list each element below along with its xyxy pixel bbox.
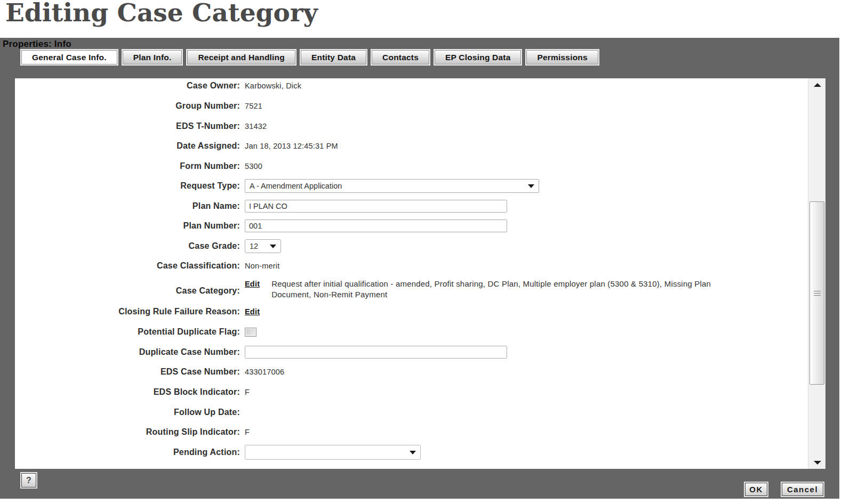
closing-rule-failure-reason-label: Closing Rule Failure Reason: <box>15 307 240 316</box>
case-classification-label: Case Classification: <box>15 261 240 271</box>
tab-plan-info[interactable]: Plan Info. <box>123 50 182 64</box>
chevron-down-icon <box>410 451 416 454</box>
row-closing-rule-failure-reason: Closing Rule Failure Reason: Edit <box>15 305 804 319</box>
row-duplicate-case-number: Duplicate Case Number: <box>15 345 804 359</box>
eds-block-indicator-value: F <box>245 388 250 396</box>
tab-general-case-info[interactable]: General Case Info. <box>21 50 117 64</box>
case-category-value: Request after initial qualification - am… <box>271 279 714 300</box>
tab-permissions[interactable]: Permissions <box>526 50 598 64</box>
properties-panel: Properties: Info General Case Info. Plan… <box>0 38 839 499</box>
eds-block-indicator-label: EDS Block Indicator: <box>15 387 240 397</box>
case-category-edit-link[interactable]: Edit <box>245 279 260 289</box>
routing-slip-indicator-value: F <box>245 428 250 436</box>
potential-duplicate-flag-checkbox[interactable] <box>245 328 256 337</box>
group-number-label: Group Number: <box>15 101 240 111</box>
request-type-label: Request Type: <box>15 181 240 191</box>
row-potential-duplicate-flag: Potential Duplicate Flag: <box>15 325 804 339</box>
scrollbar-grip-icon <box>814 291 821 296</box>
case-grade-select[interactable]: 12 <box>245 239 281 253</box>
duplicate-case-number-input[interactable] <box>245 346 507 359</box>
row-pending-action: Pending Action: <box>15 445 804 459</box>
row-eds-block-indicator: EDS Block Indicator: F <box>15 385 804 399</box>
chevron-down-icon <box>270 245 276 248</box>
eds-case-number-label: EDS Case Number: <box>15 367 240 377</box>
row-plan-number: Plan Number: <box>15 219 804 233</box>
form-number-label: Form Number: <box>15 161 240 171</box>
date-assigned-label: Date Assigned: <box>15 141 240 151</box>
scrollbar-thumb[interactable] <box>809 201 824 385</box>
row-eds-t-number: EDS T-Number: 31432 <box>15 119 804 133</box>
row-plan-name: Plan Name: <box>15 199 804 213</box>
request-type-select[interactable]: A - Amendment Application <box>245 179 539 193</box>
plan-number-label: Plan Number: <box>15 221 240 231</box>
row-follow-up-date: Follow Up Date: <box>15 405 804 419</box>
vertical-scrollbar[interactable] <box>808 78 825 469</box>
cancel-button[interactable]: Cancel <box>782 483 823 496</box>
tab-contacts[interactable]: Contacts <box>372 50 429 64</box>
row-case-category: Case Category: Edit Request after initia… <box>15 279 804 303</box>
page-title: Editing Case Category <box>5 0 318 27</box>
case-owner-label: Case Owner: <box>15 81 240 91</box>
tab-ep-closing-data[interactable]: EP Closing Data <box>435 50 521 64</box>
group-number-value: 7521 <box>245 102 262 110</box>
row-routing-slip-indicator: Routing Slip Indicator: F <box>15 425 804 439</box>
row-date-assigned: Date Assigned: Jan 18, 2013 12:45:31 PM <box>15 139 804 153</box>
plan-name-input[interactable] <box>245 200 507 213</box>
form-scroll-area: Case Owner: Karbowski, Dick Group Number… <box>15 78 825 469</box>
row-group-number: Group Number: 7521 <box>15 99 804 113</box>
eds-t-number-label: EDS T-Number: <box>15 121 240 131</box>
request-type-selected-value: A - Amendment Application <box>250 182 342 190</box>
case-owner-value: Karbowski, Dick <box>245 82 301 90</box>
arrow-down-icon <box>814 461 821 465</box>
row-eds-case-number: EDS Case Number: 433017006 <box>15 365 804 379</box>
tab-bar: General Case Info. Plan Info. Receipt an… <box>21 50 598 64</box>
potential-duplicate-flag-label: Potential Duplicate Flag: <box>15 327 240 337</box>
tab-entity-data[interactable]: Entity Data <box>301 50 366 64</box>
case-grade-label: Case Grade: <box>15 241 240 251</box>
row-case-classification: Case Classification: Non-merit <box>15 259 804 273</box>
help-button[interactable]: ? <box>21 473 36 487</box>
case-category-label: Case Category: <box>15 286 240 296</box>
case-grade-selected-value: 12 <box>250 242 258 250</box>
closing-rule-failure-reason-edit-link[interactable]: Edit <box>245 307 260 316</box>
plan-number-input[interactable] <box>245 220 507 232</box>
pending-action-select[interactable] <box>245 445 421 460</box>
case-classification-value: Non-merit <box>245 262 279 270</box>
plan-name-label: Plan Name: <box>15 201 240 211</box>
eds-case-number-value: 433017006 <box>245 368 284 376</box>
ok-button[interactable]: OK <box>745 483 767 496</box>
arrow-up-icon <box>814 83 821 87</box>
form-number-value: 5300 <box>245 162 262 170</box>
chevron-down-icon <box>528 184 534 188</box>
scroll-up-button[interactable] <box>808 80 826 90</box>
pending-action-label: Pending Action: <box>15 448 240 457</box>
case-category-value-group: Edit Request after initial qualification… <box>240 279 714 300</box>
eds-t-number-value: 31432 <box>245 122 267 131</box>
follow-up-date-label: Follow Up Date: <box>15 408 240 417</box>
row-request-type: Request Type: A - Amendment Application <box>15 179 804 193</box>
panel-header: Properties: Info <box>3 39 71 50</box>
row-case-owner: Case Owner: Karbowski, Dick <box>15 79 804 93</box>
tab-receipt-and-handling[interactable]: Receipt and Handling <box>187 50 295 64</box>
scroll-down-button[interactable] <box>808 458 826 467</box>
row-form-number: Form Number: 5300 <box>15 159 804 173</box>
duplicate-case-number-label: Duplicate Case Number: <box>15 347 240 357</box>
routing-slip-indicator-label: Routing Slip Indicator: <box>15 427 240 437</box>
date-assigned-value: Jan 18, 2013 12:45:31 PM <box>245 142 338 150</box>
row-case-grade: Case Grade: 12 <box>15 239 804 253</box>
